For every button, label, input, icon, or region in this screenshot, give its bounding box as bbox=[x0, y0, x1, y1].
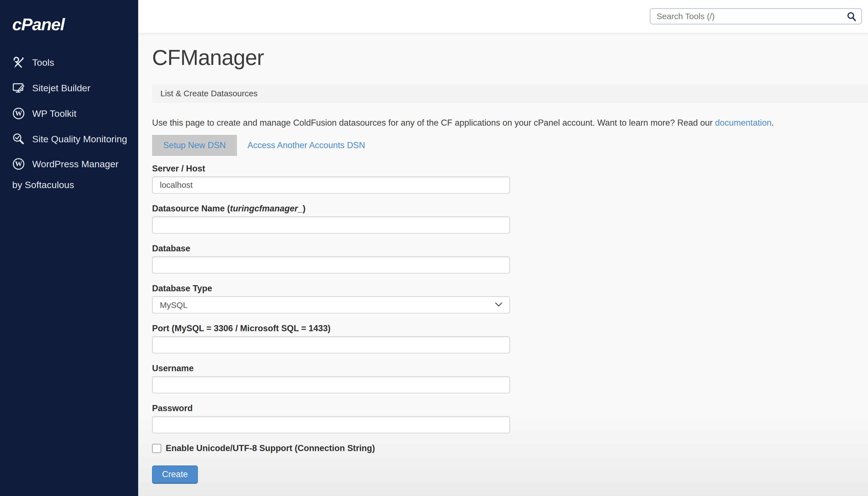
sidebar-item-sitejet-builder[interactable]: Sitejet Builder bbox=[0, 75, 138, 101]
database-type-select-wrap: MySQL bbox=[152, 296, 510, 313]
wordpress-manager-row[interactable]: W WordPress Manager bbox=[0, 152, 138, 176]
tools-icon bbox=[12, 56, 25, 69]
database-input[interactable] bbox=[152, 256, 510, 274]
documentation-link[interactable]: documentation bbox=[715, 118, 772, 128]
field-database: Database bbox=[152, 244, 510, 274]
main-area: CFManager List & Create Datasources Use … bbox=[138, 0, 868, 496]
dsn-form: Server / Host Datasource Name (turingcfm… bbox=[152, 164, 510, 484]
database-type-select[interactable]: MySQL bbox=[152, 296, 510, 313]
cpanel-logo[interactable]: cPanel bbox=[12, 14, 64, 34]
sidebar-nav: Tools Sitejet Builder W WP Toolkit S bbox=[0, 50, 138, 193]
field-password: Password bbox=[152, 403, 510, 433]
unicode-support-checkbox[interactable] bbox=[152, 444, 161, 453]
field-server-host: Server / Host bbox=[152, 164, 510, 193]
password-label: Password bbox=[152, 403, 510, 413]
sidebar-item-label: Tools bbox=[32, 57, 54, 68]
label-suffix: ) bbox=[303, 204, 306, 213]
site-quality-icon bbox=[12, 133, 25, 145]
sidebar-item-label: Sitejet Builder bbox=[32, 83, 91, 93]
svg-text:W: W bbox=[15, 160, 22, 168]
field-database-type: Database Type MySQL bbox=[152, 283, 510, 313]
field-datasource-name: Datasource Name (turingcfmanager_) bbox=[152, 204, 510, 234]
sidebar: cPanel Tools Sitejet Builder W bbox=[0, 0, 138, 496]
tab-label: Setup New DSN bbox=[163, 140, 226, 150]
username-label: Username bbox=[152, 363, 510, 373]
tab-setup-new-dsn[interactable]: Setup New DSN bbox=[152, 135, 237, 156]
page-content: CFManager List & Create Datasources Use … bbox=[138, 33, 868, 496]
sitejet-builder-icon bbox=[12, 81, 25, 94]
username-input[interactable] bbox=[152, 376, 510, 393]
intro-text-suffix: . bbox=[772, 118, 774, 128]
unicode-support-row[interactable]: Enable Unicode/UTF-8 Support (Connection… bbox=[152, 443, 510, 453]
breadcrumb: List & Create Datasources bbox=[152, 84, 868, 103]
field-username: Username bbox=[152, 363, 510, 393]
wordpress-icon: W bbox=[12, 158, 25, 170]
intro-text: Use this page to create and manage ColdF… bbox=[152, 117, 868, 129]
create-button[interactable]: Create bbox=[152, 465, 198, 484]
page-title: CFManager bbox=[152, 47, 868, 68]
sidebar-item-label: WP Toolkit bbox=[32, 108, 76, 119]
port-input[interactable] bbox=[152, 336, 510, 353]
datasource-name-label: Datasource Name (turingcfmanager_) bbox=[152, 204, 510, 214]
tab-access-another-accounts-dsn[interactable]: Access Another Accounts DSN bbox=[248, 140, 365, 150]
sidebar-item-site-quality-monitoring[interactable]: Site Quality Monitoring bbox=[0, 126, 138, 152]
server-host-label: Server / Host bbox=[152, 164, 510, 174]
label-prefix: Datasource Name ( bbox=[152, 204, 230, 213]
wordpress-icon: W bbox=[12, 107, 25, 120]
dsn-tabs: Setup New DSN Access Another Accounts DS… bbox=[152, 135, 868, 156]
sidebar-item-sublabel: by Softaculous bbox=[0, 176, 138, 193]
search-box bbox=[650, 8, 862, 25]
unicode-support-label: Enable Unicode/UTF-8 Support (Connection… bbox=[166, 443, 375, 453]
intro-text-body: Use this page to create and manage ColdF… bbox=[152, 118, 715, 128]
field-port: Port (MySQL = 3306 / Microsoft SQL = 143… bbox=[152, 323, 510, 353]
top-header bbox=[138, 0, 868, 33]
port-label: Port (MySQL = 3306 / Microsoft SQL = 143… bbox=[152, 323, 510, 334]
sidebar-item-wordpress-manager[interactable]: W WordPress Manager by Softaculous bbox=[0, 152, 138, 193]
database-label: Database bbox=[152, 244, 510, 253]
breadcrumb-label: List & Create Datasources bbox=[160, 89, 258, 98]
sidebar-item-label: Site Quality Monitoring bbox=[32, 134, 127, 144]
svg-text:W: W bbox=[15, 109, 22, 117]
sidebar-item-label: WordPress Manager bbox=[32, 159, 119, 170]
sidebar-item-tools[interactable]: Tools bbox=[0, 50, 138, 75]
label-italic-part: turingcfmanager_ bbox=[230, 204, 303, 213]
database-type-label: Database Type bbox=[152, 283, 510, 294]
sidebar-item-wp-toolkit[interactable]: W WP Toolkit bbox=[0, 101, 138, 126]
datasource-name-input[interactable] bbox=[152, 216, 510, 234]
search-input[interactable] bbox=[650, 8, 862, 25]
server-host-input[interactable] bbox=[152, 176, 510, 193]
password-input[interactable] bbox=[152, 416, 510, 433]
